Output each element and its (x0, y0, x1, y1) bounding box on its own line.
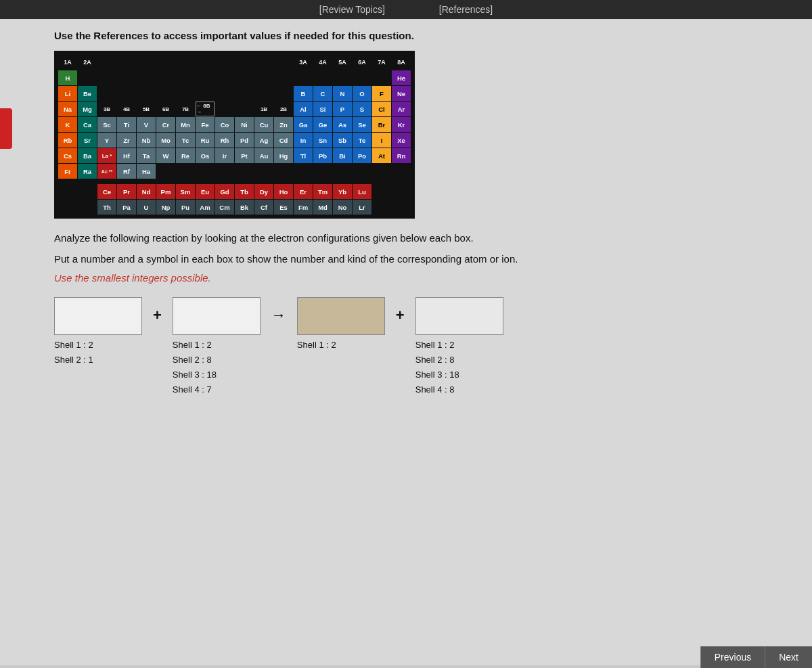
element-C: C (313, 86, 332, 101)
element-Co: Co (215, 117, 234, 132)
product1-box (297, 297, 385, 335)
element-Re: Re (176, 148, 195, 163)
element-Mo: Mo (156, 133, 175, 148)
group-empty2 (117, 55, 136, 70)
element-Mn: Mn (176, 117, 195, 132)
element-Ba: Ba (78, 148, 97, 163)
group-8a: 8A (392, 55, 411, 70)
element-Ce: Ce (97, 184, 116, 199)
reaction-area: Shell 1 : 2 Shell 2 : 1 + Shell 1 : 2 Sh… (54, 297, 771, 397)
element-Ge: Ge (313, 117, 332, 132)
element-Rb: Rb (58, 133, 77, 148)
element-Ga: Ga (294, 117, 313, 132)
group-6a: 6A (353, 55, 371, 70)
element-Mg: Mg (78, 102, 97, 116)
plus-sign-left: + (153, 307, 162, 324)
group-2a: 2A (78, 55, 97, 70)
product2-shells: Shell 1 : 2 Shell 2 : 8 Shell 3 : 18 She… (415, 338, 459, 397)
next-button[interactable]: Next (765, 646, 812, 668)
element-F: F (372, 86, 391, 101)
element-U: U (137, 200, 156, 215)
element-Cr: Cr (156, 117, 175, 132)
element-N: N (333, 86, 352, 101)
element-Ti: Ti (117, 117, 136, 132)
element-Ne: Ne (392, 86, 411, 101)
hint-text: Use the smallest integers possible. (54, 272, 771, 284)
product1-shells: Shell 1 : 2 (297, 338, 336, 353)
reactant1-shell2: Shell 2 : 1 (54, 353, 93, 368)
reactant1-group: Shell 1 : 2 Shell 2 : 1 (54, 297, 142, 368)
element-Zr: Zr (117, 133, 136, 148)
plus-sign-right: + (396, 307, 405, 324)
instructions-text: Use the References to access important v… (54, 30, 771, 41)
element-Fr: Fr (58, 164, 77, 179)
element-Bi: Bi (333, 148, 352, 163)
element-As: As (333, 117, 352, 132)
product1-group: Shell 1 : 2 (297, 297, 385, 353)
element-V: V (137, 117, 156, 132)
element-Si: Si (313, 102, 332, 116)
element-W: W (156, 148, 175, 163)
element-Ru: Ru (196, 133, 215, 148)
element-S: S (353, 102, 371, 116)
element-Ac: Ac ** (97, 164, 116, 179)
element-Pd: Pd (235, 133, 254, 148)
element-Tb: Tb (235, 184, 254, 199)
reactant1-input[interactable] (54, 297, 142, 335)
reactant2-input[interactable] (173, 297, 261, 335)
element-Hf: Hf (117, 148, 136, 163)
element-Bk: Bk (235, 200, 254, 215)
element-Au: Au (254, 148, 273, 163)
element-Cu: Cu (254, 117, 273, 132)
reactant2-group: Shell 1 : 2 Shell 2 : 8 Shell 3 : 18 She… (173, 297, 261, 397)
element-He: He (392, 70, 411, 85)
previous-button[interactable]: Previous (700, 646, 765, 668)
element-Te: Te (353, 133, 371, 148)
group-empty8 (235, 55, 254, 70)
references-link[interactable]: [References] (439, 4, 493, 15)
element-No: No (333, 200, 352, 215)
product2-input[interactable] (415, 297, 503, 335)
element-Tm: Tm (313, 184, 332, 199)
element-Pu: Pu (176, 200, 195, 215)
product2-shell3: Shell 3 : 18 (415, 368, 459, 382)
element-Ni: Ni (235, 117, 254, 132)
element-Pa: Pa (117, 200, 136, 215)
element-K: K (58, 117, 77, 132)
group-empty3 (137, 55, 156, 70)
element-Ra: Ra (78, 164, 97, 179)
reactant2-shell4: Shell 4 : 7 (173, 382, 217, 397)
element-Cf: Cf (254, 200, 273, 215)
element-Nd: Nd (137, 184, 156, 199)
left-tab (0, 108, 12, 149)
reactant2-shell2: Shell 2 : 8 (173, 353, 217, 368)
group-1a: 1A (58, 55, 77, 70)
analyze-text2: Put a number and a symbol in each box to… (54, 252, 771, 267)
reactant2-shells: Shell 1 : 2 Shell 2 : 8 Shell 3 : 18 She… (173, 338, 217, 397)
element-Am: Am (196, 200, 215, 215)
element-Ho: Ho (274, 184, 293, 199)
element-Cl: Cl (372, 102, 391, 116)
reactant1-shells: Shell 1 : 2 Shell 2 : 1 (54, 338, 93, 368)
group-empty9 (254, 55, 273, 70)
element-Gd: Gd (215, 184, 234, 199)
reactant2-shell3: Shell 3 : 18 (173, 368, 217, 382)
element-Lu: Lu (353, 184, 371, 199)
product1-shell1: Shell 1 : 2 (297, 338, 336, 353)
element-Li: Li (58, 86, 77, 101)
element-Pb: Pb (313, 148, 332, 163)
product2-shell2: Shell 2 : 8 (415, 353, 459, 368)
element-Sn: Sn (313, 133, 332, 148)
reactant1-shell1: Shell 1 : 2 (54, 338, 93, 353)
element-Na: Na (58, 102, 77, 116)
element-Ir: Ir (215, 148, 234, 163)
review-topics-link[interactable]: [Review Topics] (319, 4, 385, 15)
product2-shell4: Shell 4 : 8 (415, 382, 459, 397)
group-empty6 (196, 55, 215, 70)
group-3a: 3A (294, 55, 313, 70)
element-Po: Po (353, 148, 371, 163)
element-Cd: Cd (274, 133, 293, 148)
element-Be: Be (78, 86, 97, 101)
element-B: B (294, 86, 313, 101)
analyze-text: Analyze the following reaction by lookin… (54, 231, 771, 246)
